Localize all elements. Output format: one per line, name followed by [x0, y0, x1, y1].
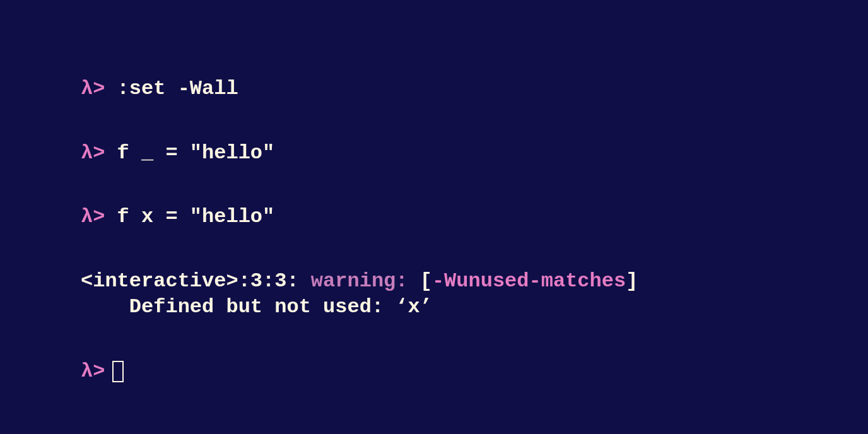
repl-active-prompt[interactable]: λ>: [81, 358, 787, 385]
prompt-symbol: λ>: [81, 141, 105, 165]
bracket-close: ]: [626, 269, 638, 293]
repl-entry-2: λ> f _ = "hello": [81, 140, 787, 167]
prompt-symbol: λ>: [81, 205, 105, 228]
warning-label: warning:: [311, 269, 408, 293]
warning-message: Defined but not used: ‘x’: [129, 295, 432, 319]
command-1: :set -Wall: [105, 77, 238, 100]
repl-entry-1: λ> :set -Wall: [81, 76, 787, 102]
command-3: f x = "hello": [105, 205, 274, 228]
warning-flag: -Wunused-matches: [432, 269, 626, 293]
prompt-symbol: λ>: [81, 77, 105, 100]
warning-location: <interactive>:3:3:: [81, 269, 299, 293]
command-2: f _ = "hello": [105, 141, 274, 165]
cursor-icon: [112, 361, 124, 382]
prompt-symbol: λ>: [81, 358, 105, 385]
terminal-output: λ> :set -Wall λ> f _ = "hello" λ> f x = …: [81, 76, 787, 385]
warning-message-line: Defined but not used: ‘x’: [81, 294, 787, 320]
repl-entry-3: λ> f x = "hello": [81, 204, 787, 230]
warning-header: <interactive>:3:3: warning: [-Wunused-ma…: [81, 268, 787, 295]
warning-block: <interactive>:3:3: warning: [-Wunused-ma…: [81, 268, 787, 320]
bracket-open: [: [420, 269, 432, 293]
